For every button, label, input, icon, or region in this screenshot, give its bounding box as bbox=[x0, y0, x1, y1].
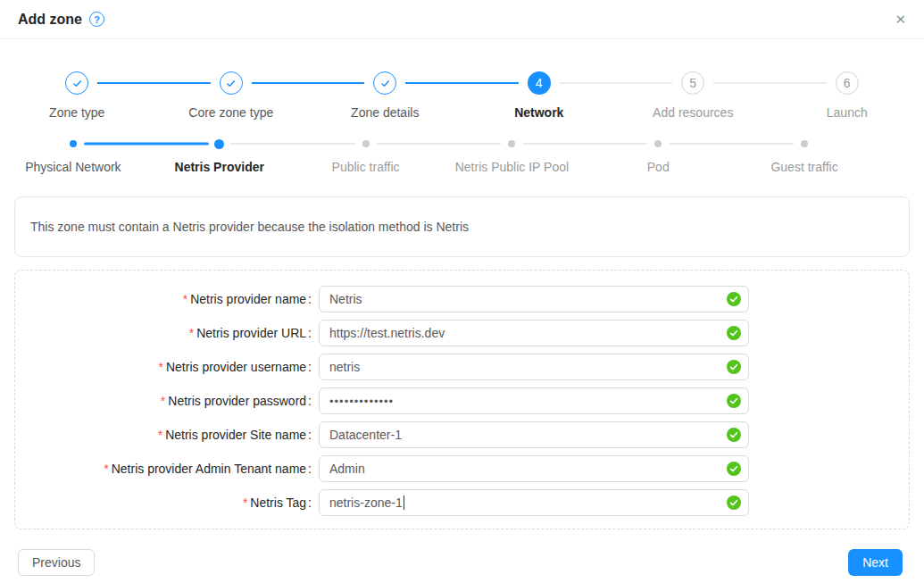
required-marker: * bbox=[183, 292, 187, 306]
check-circle-icon bbox=[727, 360, 741, 374]
step-dot-icon bbox=[654, 140, 662, 147]
substep-guest-traffic[interactable]: Guest traffic bbox=[731, 138, 878, 174]
info-banner: This zone must contain a Netris provider… bbox=[14, 196, 910, 257]
check-icon bbox=[65, 71, 88, 95]
netris-provider-username-label: *Netris provider username: bbox=[15, 360, 312, 374]
form-field-row: *Netris provider name: Netris bbox=[15, 286, 909, 312]
wizard-stepper: Zone type Core zone type Zone details bbox=[0, 71, 924, 120]
required-marker: * bbox=[158, 360, 162, 374]
step-launch[interactable]: 6 Launch bbox=[770, 71, 924, 120]
check-circle-icon bbox=[727, 462, 741, 476]
step-zone-type[interactable]: Zone type bbox=[0, 71, 154, 120]
netris-provider-name-label: *Netris provider name: bbox=[15, 292, 312, 306]
check-icon bbox=[220, 71, 243, 95]
step-label: Add resources bbox=[653, 105, 733, 120]
step-network[interactable]: 4 Network bbox=[462, 71, 617, 120]
substep-label: Physical Network bbox=[25, 160, 121, 174]
step-dot-icon bbox=[362, 140, 370, 147]
required-marker: * bbox=[104, 462, 108, 476]
netris-provider-form: *Netris provider name: Netris *Netris pr… bbox=[14, 270, 910, 529]
form-field-row: *Netris provider Admin Tenant name: Admi… bbox=[15, 455, 909, 482]
previous-button[interactable]: Previous bbox=[18, 549, 95, 576]
netris-provider-url-label: *Netris provider URL: bbox=[15, 326, 312, 340]
form-field-row: *Netris Tag: netris-zone-1 bbox=[15, 489, 909, 516]
substep-public-traffic[interactable]: Public traffic bbox=[293, 138, 439, 174]
substep-netris-public-ip-pool[interactable]: Netris Public IP Pool bbox=[438, 138, 585, 174]
netris-provider-password-input[interactable]: ••••••••••••• bbox=[319, 387, 749, 414]
check-circle-icon bbox=[727, 496, 741, 510]
add-zone-dialog: Add zone ? ✕ Zone type Core zone type bbox=[0, 0, 924, 583]
netris-provider-name-input[interactable]: Netris bbox=[319, 286, 749, 312]
step-dot-icon bbox=[214, 139, 224, 149]
step-dot-icon bbox=[508, 140, 515, 147]
step-dot-icon bbox=[801, 140, 808, 147]
step-dot-icon bbox=[70, 140, 77, 147]
substep-physical-network[interactable]: Physical Network bbox=[0, 138, 146, 174]
check-circle-icon bbox=[727, 428, 741, 442]
netris-tag-input[interactable]: netris-zone-1 bbox=[319, 489, 749, 516]
check-circle-icon bbox=[727, 292, 741, 306]
next-button[interactable]: Next bbox=[848, 549, 903, 576]
substep-pod[interactable]: Pod bbox=[585, 138, 731, 174]
substep-label: Public traffic bbox=[332, 160, 400, 174]
dialog-header: Add zone ? ✕ bbox=[0, 0, 924, 39]
substep-label: Guest traffic bbox=[770, 160, 837, 174]
substep-label: Pod bbox=[647, 160, 670, 174]
required-marker: * bbox=[243, 496, 247, 510]
form-field-row: *Netris provider password: ••••••••••••• bbox=[15, 387, 909, 414]
step-zone-details[interactable]: Zone details bbox=[308, 71, 462, 120]
step-label: Zone type bbox=[49, 105, 104, 120]
dialog-footer: Previous Next bbox=[18, 549, 903, 576]
page-title: Add zone bbox=[18, 12, 82, 28]
step-add-resources[interactable]: 5 Add resources bbox=[616, 71, 770, 120]
check-circle-icon bbox=[727, 394, 741, 408]
step-label: Launch bbox=[827, 105, 868, 120]
step-number-badge: 4 bbox=[528, 71, 551, 95]
substep-label: Netris Provider bbox=[175, 160, 264, 174]
close-icon[interactable]: ✕ bbox=[895, 12, 906, 26]
substep-label: Netris Public IP Pool bbox=[455, 160, 569, 174]
netris-provider-admin-tenant-name-label: *Netris provider Admin Tenant name: bbox=[15, 462, 312, 476]
step-number-badge: 5 bbox=[681, 71, 704, 95]
check-circle-icon bbox=[727, 326, 741, 340]
text-cursor bbox=[404, 496, 405, 510]
step-label: Network bbox=[514, 105, 563, 120]
netris-provider-username-input[interactable]: netris bbox=[319, 354, 749, 380]
info-banner-text: This zone must contain a Netris provider… bbox=[30, 220, 469, 234]
netris-provider-site-name-input[interactable]: Datacenter-1 bbox=[319, 421, 749, 448]
netris-tag-label: *Netris Tag: bbox=[15, 496, 312, 510]
form-field-row: *Netris provider URL: https://test.netri… bbox=[15, 320, 909, 346]
step-label: Core zone type bbox=[188, 105, 273, 120]
required-marker: * bbox=[189, 326, 194, 340]
question-circle-icon[interactable]: ? bbox=[89, 12, 104, 27]
check-icon bbox=[373, 71, 396, 95]
form-field-row: *Netris provider Site name: Datacenter-1 bbox=[15, 421, 909, 448]
netris-provider-site-name-label: *Netris provider Site name: bbox=[15, 428, 312, 442]
required-marker: * bbox=[158, 428, 162, 442]
netris-provider-url-input[interactable]: https://test.netris.dev bbox=[319, 320, 749, 346]
step-label: Zone details bbox=[351, 105, 419, 120]
network-sub-stepper: Physical Network Netris Provider Public … bbox=[0, 138, 924, 174]
netris-provider-admin-tenant-name-input[interactable]: Admin bbox=[319, 455, 749, 482]
step-number-badge: 6 bbox=[836, 71, 859, 95]
form-field-row: *Netris provider username: netris bbox=[15, 354, 909, 380]
required-marker: * bbox=[161, 394, 165, 408]
netris-provider-password-label: *Netris provider password: bbox=[15, 394, 312, 408]
substep-netris-provider[interactable]: Netris Provider bbox=[146, 138, 293, 174]
step-core-zone-type[interactable]: Core zone type bbox=[154, 71, 309, 120]
